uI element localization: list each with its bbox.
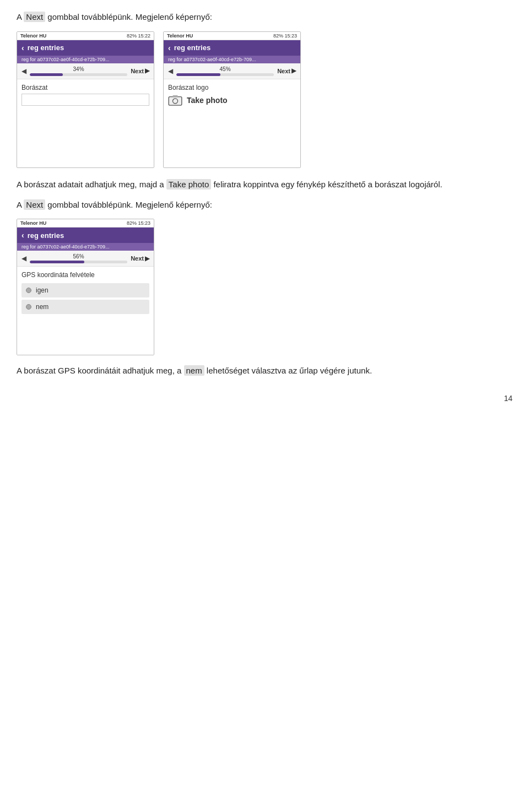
intro-text-2-before: A (17, 200, 24, 209)
status-left-2: Telenor HU (167, 33, 193, 39)
body-text-2: A borászat GPS koordinátáit adhatjuk meg… (17, 364, 512, 377)
progress-row-3: ◀ 56% Next ▶ (17, 251, 154, 267)
body-text-1-before: A borászat adatait adhatjuk meg, majd a (17, 180, 166, 189)
status-bar-3: Telenor HU 82% 15:23 (17, 219, 154, 228)
field-label-1: Borászat (21, 84, 149, 91)
body-text-1-after: feliratra koppintva egy fénykép készíthe… (211, 180, 442, 189)
progress-label-3: 56% (73, 253, 84, 259)
radio-option-igen[interactable]: igen (21, 283, 149, 297)
arrow-left-icon-2: ◀ (168, 67, 173, 75)
arrow-right-icon-1: ▶ (145, 67, 149, 74)
body-text-1: A borászat adatait adhatjuk meg, majd a … (17, 178, 512, 191)
status-left-1: Telenor HU (20, 33, 46, 39)
sub-header-2: reg for a0737c02-ae0f-40cd-e72b-709... (164, 56, 300, 63)
progress-label-2: 45% (220, 66, 231, 72)
app-bar-title-3: reg entries (28, 231, 64, 240)
progress-bar-2: 45% (176, 66, 274, 76)
camera-icon (168, 95, 182, 106)
status-right-1: 82% 15:22 (127, 33, 150, 39)
take-photo-label: Take photo (187, 96, 228, 105)
next-button-3[interactable]: Next ▶ (131, 255, 149, 262)
back-arrow-icon-3: ‹ (21, 231, 24, 240)
svg-rect-0 (169, 96, 182, 105)
gps-label: GPS koordináta felvétele (21, 271, 149, 279)
arrow-right-icon-2: ▶ (292, 67, 296, 74)
phone-content-1: Borászat (17, 79, 154, 167)
single-screenshot-row: Telenor HU 82% 15:23 ‹ reg entries reg f… (17, 219, 512, 355)
next-highlight-1: Next (24, 12, 45, 22)
sub-header-3: reg for a0737c02-ae0f-40cd-e72b-709... (17, 243, 154, 251)
progress-track-3 (30, 261, 127, 263)
progress-bar-1: 34% (30, 66, 127, 76)
radio-option-nem[interactable]: nem (21, 300, 149, 314)
status-right-3: 82% 15:23 (127, 220, 150, 226)
intro-text-1-after: gombbal továbblépünk. Megjelenő képernyő… (45, 12, 212, 21)
arrow-left-icon-1: ◀ (21, 67, 26, 75)
svg-rect-2 (172, 95, 177, 97)
body-text-2-after: lehetőséget választva az űrlap végére ju… (204, 366, 372, 375)
app-bar-title-1: reg entries (28, 44, 64, 52)
progress-bar-3: 56% (30, 253, 127, 263)
progress-fill-1 (30, 73, 63, 76)
status-bar-2: Telenor HU 82% 15:23 (164, 32, 300, 40)
radio-circle-nem (26, 304, 31, 310)
phone-content-3: GPS koordináta felvétele igen nem (17, 267, 154, 355)
progress-row-2: ◀ 45% Next ▶ (164, 63, 300, 79)
radio-text-nem: nem (36, 303, 48, 311)
app-bar-3: ‹ reg entries (17, 228, 154, 243)
progress-label-1: 34% (73, 66, 84, 72)
app-bar-1: ‹ reg entries (17, 40, 154, 56)
intro-text-1-before: A (17, 12, 24, 21)
phone-screen-2: Telenor HU 82% 15:23 ‹ reg entries reg f… (163, 31, 301, 168)
progress-fill-2 (176, 73, 220, 76)
status-right-2: 82% 15:23 (273, 33, 297, 39)
progress-fill-3 (30, 261, 84, 263)
intro-text-2-after: gombbal továbblépünk. Megjelenő képernyő… (45, 200, 212, 209)
app-bar-title-2: reg entries (174, 44, 210, 52)
intro-text-2: A Next gombbal továbblépünk. Megjelenő k… (17, 199, 512, 212)
progress-track-2 (176, 73, 274, 76)
sub-header-1: reg for a0737c02-ae0f-40cd-e72b-709... (17, 56, 154, 63)
back-arrow-icon-1: ‹ (21, 44, 24, 52)
screenshots-row-1: Telenor HU 82% 15:22 ‹ reg entries reg f… (17, 31, 512, 168)
arrow-left-icon-3: ◀ (21, 255, 26, 262)
radio-circle-igen (26, 288, 31, 293)
take-photo-highlight: Take photo (166, 179, 211, 190)
next-button-1[interactable]: Next ▶ (131, 67, 149, 74)
app-bar-2: ‹ reg entries (164, 40, 300, 56)
next-highlight-2: Next (24, 199, 45, 210)
status-left-3: Telenor HU (20, 220, 46, 226)
arrow-right-icon-3: ▶ (145, 255, 149, 262)
nem-highlight: nem (184, 365, 204, 376)
progress-row-1: ◀ 34% Next ▶ (17, 63, 154, 79)
radio-text-igen: igen (36, 286, 48, 294)
take-photo-button[interactable]: Take photo (168, 95, 296, 106)
next-button-2[interactable]: Next ▶ (277, 67, 296, 74)
field-label-2: Borászat logo (168, 84, 296, 91)
status-bar-1: Telenor HU 82% 15:22 (17, 32, 154, 40)
phone-screen-3: Telenor HU 82% 15:23 ‹ reg entries reg f… (17, 219, 154, 355)
page-number: 14 (17, 394, 512, 403)
phone-content-2: Borászat logo Take photo (164, 79, 300, 167)
phone-screen-1: Telenor HU 82% 15:22 ‹ reg entries reg f… (17, 31, 154, 168)
text-input-1[interactable] (21, 94, 149, 106)
intro-text-1: A Next gombbal továbblépünk. Megjelenő k… (17, 11, 512, 24)
body-text-2-before: A borászat GPS koordinátáit adhatjuk meg… (17, 366, 184, 375)
back-arrow-icon-2: ‹ (168, 44, 171, 52)
progress-track-1 (30, 73, 127, 76)
